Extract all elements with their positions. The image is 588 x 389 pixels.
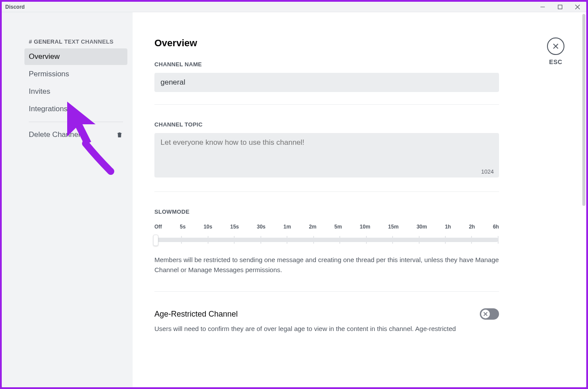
slider-track — [155, 238, 499, 242]
sidebar-item-label: Overview — [29, 52, 60, 61]
tick-label: 15s — [230, 224, 239, 230]
settings-main: ESC Overview CHANNEL NAME CHANNEL TOPIC … — [133, 12, 586, 387]
content-wrap: # GENERAL TEXT CHANNELS Overview Permiss… — [2, 12, 586, 387]
channel-name-section: CHANNEL NAME — [154, 61, 499, 92]
channel-topic-section: CHANNEL TOPIC 1024 — [154, 121, 499, 179]
divider — [154, 191, 499, 192]
age-restricted-section: Age-Restricted Channel Users will need t… — [154, 308, 499, 334]
sidebar-item-integrations[interactable]: Integrations — [24, 101, 127, 117]
age-restricted-title: Age-Restricted Channel — [154, 310, 238, 319]
settings-sidebar: # GENERAL TEXT CHANNELS Overview Permiss… — [2, 12, 133, 387]
age-restricted-row: Age-Restricted Channel — [154, 308, 499, 320]
slider-track-wrap — [154, 233, 499, 246]
close-settings-button[interactable]: ESC — [547, 38, 564, 65]
minimize-icon — [540, 4, 545, 10]
tick-label: 30s — [257, 224, 266, 230]
tick-label: 10m — [360, 224, 370, 230]
sidebar-channel-name: GENERAL — [34, 38, 63, 45]
page-title: Overview — [154, 38, 499, 49]
scrollbar[interactable] — [582, 14, 585, 206]
channel-topic-input[interactable] — [154, 133, 499, 177]
tick-label: 1m — [284, 224, 291, 230]
hash-icon: # — [29, 38, 32, 45]
tick-label: 5m — [334, 224, 342, 230]
window-title: Discord — [5, 4, 25, 10]
sidebar-item-permissions[interactable]: Permissions — [24, 66, 127, 82]
main-inner: Overview CHANNEL NAME CHANNEL TOPIC 1024… — [133, 12, 516, 364]
channel-name-input[interactable] — [154, 73, 499, 92]
delete-channel-button[interactable]: Delete Channel — [24, 126, 127, 143]
titlebar: Discord — [2, 2, 586, 12]
sidebar-category-label: TEXT CHANNELS — [64, 38, 113, 45]
divider — [154, 104, 499, 105]
toggle-knob — [481, 310, 490, 318]
window-controls — [537, 3, 583, 11]
slowmode-label: SLOWMODE — [154, 208, 499, 215]
sidebar-item-invites[interactable]: Invites — [24, 83, 127, 100]
slider-handle[interactable] — [153, 235, 158, 246]
sidebar-item-label: Permissions — [29, 70, 69, 78]
close-window-button[interactable] — [572, 3, 583, 11]
sidebar-item-label: Invites — [29, 87, 50, 96]
tick-label: 5s — [180, 224, 185, 230]
trash-icon — [116, 131, 123, 138]
slowmode-help: Members will be restricted to sending on… — [154, 255, 499, 275]
tick-label: 1h — [445, 224, 451, 230]
slider-tick-labels: Off 5s 10s 15s 30s 1m 2m 5m 10m 15m 30m … — [154, 224, 499, 230]
tick-label: 6h — [493, 224, 499, 230]
sidebar-divider — [29, 122, 123, 122]
minimize-button[interactable] — [537, 3, 548, 11]
channel-topic-label: CHANNEL TOPIC — [154, 121, 499, 128]
close-circle — [547, 38, 564, 55]
age-restricted-desc: Users will need to confirm they are of o… — [154, 324, 499, 334]
svg-rect-1 — [558, 5, 562, 9]
app-window: Discord # GENERAL TEXT CHANNELS Overview… — [2, 2, 586, 387]
toggle-off-icon — [483, 311, 488, 317]
close-label: ESC — [549, 58, 562, 65]
sidebar-item-overview[interactable]: Overview — [24, 48, 127, 65]
x-icon — [552, 42, 560, 50]
tick-label: 30m — [417, 224, 427, 230]
channel-name-label: CHANNEL NAME — [154, 61, 499, 68]
char-count: 1024 — [481, 168, 494, 175]
tick-label: 2h — [469, 224, 475, 230]
sidebar-item-label: Integrations — [29, 105, 68, 113]
age-restricted-toggle[interactable] — [480, 308, 499, 320]
delete-channel-label: Delete Channel — [29, 130, 80, 139]
tick-label: Off — [154, 224, 162, 230]
slowmode-section: SLOWMODE Off 5s 10s 15s 30s 1m 2m 5m 10m — [154, 208, 499, 275]
maximize-icon — [557, 4, 563, 10]
slowmode-slider[interactable]: Off 5s 10s 15s 30s 1m 2m 5m 10m 15m 30m … — [154, 224, 499, 246]
sidebar-header: # GENERAL TEXT CHANNELS — [24, 38, 127, 48]
close-icon — [575, 4, 580, 10]
maximize-button[interactable] — [555, 3, 565, 11]
tick-label: 15m — [388, 224, 399, 230]
divider — [154, 291, 499, 292]
tick-label: 2m — [309, 224, 316, 230]
tick-label: 10s — [204, 224, 212, 230]
